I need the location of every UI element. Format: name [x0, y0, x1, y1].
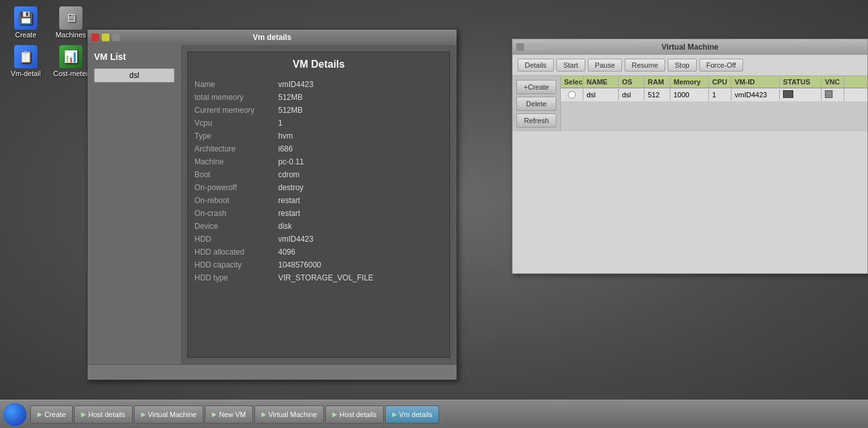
detail-value-machine: pc-0.11 [278, 157, 304, 166]
td-select[interactable] [561, 89, 583, 101]
detail-row-hdd-type: HDD type VIR_STORAGE_VOL_FILE [194, 273, 443, 282]
detail-row-machine: Machine pc-0.11 [194, 157, 443, 166]
detail-row-hdd: HDD vmID4423 [194, 235, 443, 244]
taskbar-arrow-create: ▶ [37, 411, 42, 418]
detail-label-crash: On-crash [194, 209, 278, 218]
vm-details-inner: VM Details Name vmID4423 total memeory 5… [187, 52, 450, 358]
vnc-icon [825, 90, 833, 98]
vm-table-area: Select NAME OS RAM Memory CPU VM-ID STAT… [561, 76, 867, 131]
machines-icon: 🖥 [59, 6, 82, 30]
td-memory: 1000 [670, 89, 709, 101]
vm-maximize-button[interactable] [537, 43, 545, 51]
desktop-icon-costmeter[interactable]: 📊 Cost-meter [52, 45, 90, 77]
detail-row-total-memory: total memeory 512MB [194, 93, 443, 102]
desktop-icon-vmdetail[interactable]: 📋 Vm-detail [6, 45, 45, 77]
detail-value-vcpu: 1 [278, 119, 283, 128]
taskbar-item-host-details-2[interactable]: ▶ Host details [325, 405, 383, 423]
td-cpu: 1 [709, 89, 731, 101]
pause-button[interactable]: Pause [588, 59, 622, 72]
taskbar-item-new-vm[interactable]: ▶ New VM [205, 405, 253, 423]
detail-value-device: disk [278, 222, 292, 231]
desktop-icon-machines[interactable]: 🖥 Machines [52, 6, 90, 39]
create-vm-button[interactable]: +Create [516, 80, 556, 94]
taskbar-item-vm-details[interactable]: ▶ Vm details [385, 405, 439, 423]
td-ram: 512 [645, 89, 670, 101]
vm-list-item-dsl[interactable]: dsl [94, 68, 175, 83]
detail-value-name: vmID4423 [278, 80, 314, 89]
detail-row-type: Type hvm [194, 131, 443, 141]
td-status [780, 88, 822, 101]
taskbar-globe[interactable] [3, 403, 26, 426]
costmeter-icon: 📊 [59, 45, 82, 68]
resume-button[interactable]: Resume [625, 59, 665, 72]
vm-details-title: Vm details [252, 33, 291, 42]
taskbar-label-host-details-2: Host details [339, 411, 376, 418]
detail-row-hdd-allocated: HDD allocated 4096 [194, 248, 443, 257]
minimize-button[interactable] [102, 34, 109, 41]
detail-label-hdd-allocated: HDD allocated [194, 248, 278, 257]
detail-row-hdd-capacity: HDD capacity 1048576000 [194, 260, 443, 269]
detail-label-hdd: HDD [194, 235, 278, 244]
taskbar-label-vm-details: Vm details [399, 411, 432, 418]
detail-label-hdd-type: HDD type [194, 273, 278, 282]
desktop-icons: 💾 Create 🖥 Machines 📋 Vm-detail 📊 Cost-m… [6, 6, 90, 77]
start-button[interactable]: Start [556, 59, 585, 72]
taskbar-item-virtual-machine[interactable]: ▶ Virtual Machine [134, 405, 204, 423]
taskbar-item-virtual-machine-2[interactable]: ▶ Virtual Machine [254, 405, 325, 423]
th-memory: Memory [670, 76, 709, 88]
taskbar-item-create[interactable]: ▶ Create [30, 405, 73, 423]
detail-row-poweroff: On-poweroff destroy [194, 183, 443, 192]
desktop-icon-create[interactable]: 💾 Create [6, 6, 45, 39]
delete-vm-button[interactable]: Delete [516, 97, 556, 111]
taskbar-arrow-virtual-machine-2: ▶ [261, 411, 267, 418]
detail-value-poweroff: destroy [278, 183, 303, 192]
vm-minimize-button[interactable] [527, 43, 534, 51]
vm-details-titlebar: Vm details [88, 30, 457, 45]
detail-value-hdd-allocated: 4096 [278, 248, 296, 257]
virtual-machine-window: Virtual Machine Details Start Pause Resu… [512, 39, 868, 274]
taskbar: ▶ Create ▶ Host details ▶ Virtual Machin… [0, 400, 868, 428]
monitor-icon [783, 90, 793, 98]
stop-button[interactable]: Stop [668, 59, 697, 72]
detail-label-current-memory: Current memeory [194, 106, 278, 115]
th-select: Select [561, 76, 583, 88]
th-os: OS [619, 76, 645, 88]
taskbar-arrow-new-vm: ▶ [212, 411, 217, 418]
detail-value-reboot: restart [278, 196, 300, 205]
radio-input[interactable] [568, 91, 576, 99]
detail-row-crash: On-crash restart [194, 209, 443, 218]
taskbar-item-host-details[interactable]: ▶ Host details [74, 405, 132, 423]
detail-value-type: hvm [278, 131, 293, 141]
create-icon: 💾 [14, 6, 37, 30]
vm-window-bottom [513, 131, 867, 273]
td-vnc [822, 88, 844, 101]
taskbar-label-new-vm: New VM [219, 411, 246, 418]
detail-row-current-memory: Current memeory 512MB [194, 106, 443, 115]
th-vmid: VM-ID [731, 76, 780, 88]
detail-row-name: Name vmID4423 [194, 80, 443, 89]
details-button[interactable]: Details [518, 59, 554, 72]
detail-value-current-memory: 512MB [278, 106, 303, 115]
detail-value-crash: restart [278, 209, 300, 218]
machines-label: Machines [55, 31, 86, 39]
detail-value-arch: i686 [278, 144, 293, 153]
vm-action-panel: +Create Delete Refresh [513, 76, 561, 131]
taskbar-arrow-host-details-2: ▶ [332, 411, 337, 418]
taskbar-arrow-virtual-machine: ▶ [141, 411, 146, 418]
maximize-button[interactable] [112, 34, 120, 41]
vm-window-title: Virtual Machine [661, 43, 718, 52]
vm-table-header: Select NAME OS RAM Memory CPU VM-ID STAT… [561, 76, 867, 88]
detail-label-reboot: On-reboot [194, 196, 278, 205]
close-button[interactable] [91, 34, 99, 41]
th-name: NAME [583, 76, 619, 88]
detail-row-device: Device disk [194, 222, 443, 231]
taskbar-label-create: Create [44, 411, 66, 418]
vm-close-button[interactable] [516, 43, 524, 51]
table-row[interactable]: dsl dsl 512 1000 1 vmID4423 [561, 88, 867, 102]
detail-label-poweroff: On-poweroff [194, 183, 278, 192]
refresh-button[interactable]: Refresh [516, 113, 556, 128]
vm-list-title: VM List [94, 52, 175, 62]
force-off-button[interactable]: Force-Off [699, 59, 743, 72]
detail-label-name: Name [194, 80, 278, 89]
detail-row-reboot: On-reboot restart [194, 196, 443, 205]
